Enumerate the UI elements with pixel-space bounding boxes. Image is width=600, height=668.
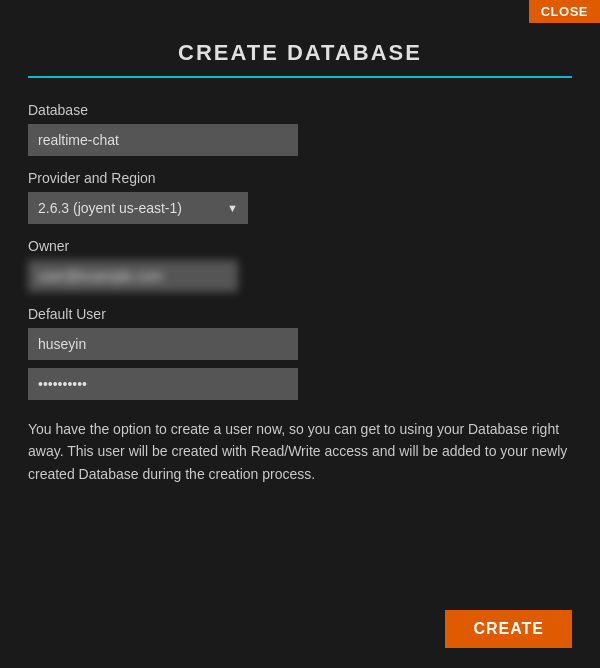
bottom-bar: CREATE: [445, 610, 572, 648]
create-button[interactable]: CREATE: [445, 610, 572, 648]
provider-select-wrapper: 2.6.3 (joyent us-east-1) 2.6.3 (joyent u…: [28, 192, 248, 224]
page-title: CREATE DATABASE: [28, 40, 572, 66]
owner-section: Owner: [28, 238, 572, 292]
password-input[interactable]: [28, 368, 298, 400]
database-section: Database: [28, 102, 572, 156]
main-container: CREATE DATABASE Database Provider and Re…: [0, 0, 600, 543]
provider-label: Provider and Region: [28, 170, 572, 186]
provider-select[interactable]: 2.6.3 (joyent us-east-1) 2.6.3 (joyent u…: [28, 192, 248, 224]
owner-label: Owner: [28, 238, 572, 254]
info-text: You have the option to create a user now…: [28, 418, 572, 485]
database-label: Database: [28, 102, 572, 118]
database-input[interactable]: [28, 124, 298, 156]
title-divider: [28, 76, 572, 78]
username-input[interactable]: [28, 328, 298, 360]
default-user-label: Default User: [28, 306, 572, 322]
provider-section: Provider and Region 2.6.3 (joyent us-eas…: [28, 170, 572, 224]
close-button[interactable]: CLOSE: [529, 0, 600, 23]
owner-input[interactable]: [28, 260, 238, 292]
default-user-section: Default User: [28, 306, 572, 400]
